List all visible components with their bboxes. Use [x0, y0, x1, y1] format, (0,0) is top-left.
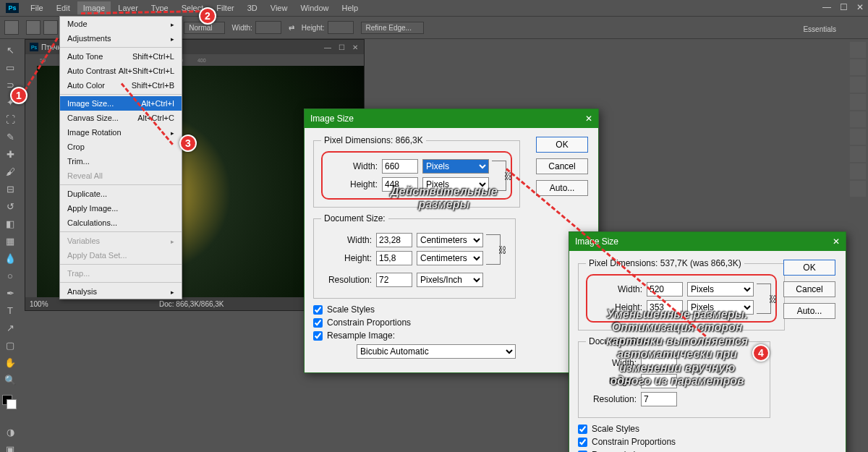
panel-icon[interactable] — [850, 163, 866, 179]
hand-tool-icon[interactable]: ✋ — [2, 354, 18, 370]
move-tool-icon[interactable]: ↖ — [2, 42, 18, 58]
height-field[interactable] — [328, 21, 354, 34]
constrain-check[interactable] — [313, 318, 323, 328]
marquee-tool-icon[interactable]: ▭ — [2, 59, 18, 75]
swatch-icon[interactable] — [2, 395, 18, 411]
menu-item[interactable]: Canvas Size...Alt+Ctrl+C — [60, 111, 182, 125]
auto-button[interactable]: Auto... — [536, 180, 588, 196]
constrain-label: Constrain Proportions — [327, 317, 411, 328]
height-label: Height: — [327, 179, 378, 189]
swap-icon[interactable]: ⇄ — [289, 24, 294, 32]
menu-item: Variables — [60, 234, 182, 248]
menu-item[interactable]: Auto ToneShift+Ctrl+L — [60, 49, 182, 64]
constrain-check[interactable] — [578, 438, 587, 447]
link-icon[interactable] — [757, 283, 771, 314]
tool-preset-icon[interactable] — [4, 20, 19, 35]
quickmask-icon[interactable]: ◑ — [2, 424, 18, 440]
ps-logo: Ps — [6, 3, 19, 13]
menu-item[interactable]: Analysis — [60, 284, 182, 299]
algorithm-select[interactable]: Bicubic Automatic — [357, 344, 516, 359]
width-unit-select[interactable]: Pixels — [687, 282, 754, 297]
crop-tool-icon[interactable]: ⛶ — [2, 111, 18, 127]
marquee-mode-icon[interactable] — [43, 20, 58, 35]
blur-tool-icon[interactable]: 💧 — [2, 250, 18, 266]
maximize-icon[interactable]: ☐ — [840, 2, 848, 12]
panel-icon[interactable] — [850, 181, 866, 197]
menu-item[interactable]: Auto ContrastAlt+Shift+Ctrl+L — [60, 64, 182, 78]
menu-edit[interactable]: Edit — [51, 1, 76, 14]
ok-button[interactable]: OK — [783, 260, 835, 276]
panel-icon[interactable] — [850, 77, 866, 93]
doc-close-icon[interactable]: ✕ — [352, 43, 358, 51]
annotation-1: Действительные размеры — [391, 185, 498, 212]
path-tool-icon[interactable]: ↗ — [2, 320, 18, 336]
menu-item[interactable]: Calculations... — [60, 216, 182, 230]
menu-item[interactable]: Mode — [60, 17, 182, 31]
close-icon[interactable]: ✕ — [833, 236, 840, 247]
panel-icon[interactable] — [850, 129, 866, 145]
gradient-tool-icon[interactable]: ▦ — [2, 233, 18, 249]
close-icon[interactable]: ✕ — [856, 2, 864, 12]
heal-tool-icon[interactable]: ✚ — [2, 146, 18, 162]
link-icon[interactable] — [486, 234, 501, 265]
marquee-mode-icon[interactable] — [26, 20, 41, 35]
res-input[interactable] — [376, 273, 412, 287]
menu-window[interactable]: Window — [294, 1, 334, 14]
doc-max-icon[interactable]: ☐ — [339, 43, 345, 51]
doc-height-input[interactable] — [376, 251, 412, 265]
menu-view[interactable]: View — [265, 1, 294, 14]
doc-height-unit[interactable]: Centimeters — [417, 251, 483, 265]
menu-file[interactable]: File — [25, 1, 49, 14]
workspace-label[interactable]: Essentials — [796, 23, 843, 35]
ok-button[interactable]: OK — [536, 137, 588, 153]
width-input[interactable] — [382, 159, 418, 174]
resample-check[interactable] — [313, 331, 323, 341]
scale-styles-check[interactable] — [313, 305, 323, 315]
menu-help[interactable]: Help — [336, 1, 365, 14]
res-input[interactable] — [641, 392, 677, 406]
res-unit[interactable]: Pixels/Inch — [417, 273, 483, 287]
scale-styles-check[interactable] — [578, 425, 587, 434]
menu-item[interactable]: Apply Image... — [60, 201, 182, 216]
menu-item[interactable]: Duplicate... — [60, 187, 182, 201]
doc-width-unit[interactable]: Centimeters — [417, 233, 483, 247]
close-icon[interactable]: ✕ — [585, 114, 592, 124]
eyedropper-tool-icon[interactable]: ✎ — [2, 129, 18, 145]
auto-button[interactable]: Auto... — [783, 303, 835, 319]
width-unit-select[interactable]: Pixels — [422, 159, 489, 174]
type-tool-icon[interactable]: T — [2, 302, 18, 318]
panel-icon[interactable] — [850, 59, 866, 75]
cancel-button[interactable]: Cancel — [783, 281, 835, 297]
menu-item[interactable]: Adjustments — [60, 31, 182, 46]
shape-tool-icon[interactable]: ▢ — [2, 337, 18, 353]
history-brush-icon[interactable]: ↺ — [2, 198, 18, 214]
doc-width-input[interactable] — [376, 233, 412, 247]
dialog-title[interactable]: Image Size✕ — [305, 109, 598, 128]
stamp-tool-icon[interactable]: ⊟ — [2, 181, 18, 197]
pen-tool-icon[interactable]: ✒ — [2, 285, 18, 301]
image-size-dialog-1: Image Size✕ OK Cancel Auto... Pixel Dime… — [304, 108, 599, 373]
menu-item[interactable]: Image Size...Alt+Ctrl+I — [60, 96, 182, 111]
panel-icon[interactable] — [850, 94, 866, 110]
minimize-icon[interactable]: — — [822, 2, 831, 12]
panel-icon[interactable] — [850, 42, 866, 58]
cancel-button[interactable]: Cancel — [536, 158, 588, 174]
brush-tool-icon[interactable]: 🖌 — [2, 163, 18, 179]
dialog-title[interactable]: Image Size✕ — [569, 232, 846, 251]
dialog-title-text: Image Size — [310, 114, 354, 124]
refine-edge-button[interactable]: Refine Edge... — [361, 22, 424, 34]
panel-icon[interactable] — [850, 111, 866, 127]
menu-3d[interactable]: 3D — [242, 1, 263, 14]
menu-item[interactable]: Crop — [60, 140, 182, 154]
panel-icon[interactable] — [850, 146, 866, 162]
menu-item[interactable]: Trim... — [60, 154, 182, 169]
zoom-tool-icon[interactable]: 🔍 — [2, 372, 18, 388]
zoom-level[interactable]: 100% — [30, 300, 48, 308]
menu-item: Apply Data Set... — [60, 248, 182, 263]
menu-item[interactable]: Auto ColorShift+Ctrl+B — [60, 78, 182, 93]
eraser-tool-icon[interactable]: ◧ — [2, 216, 18, 231]
dodge-tool-icon[interactable]: ○ — [2, 268, 18, 283]
doc-min-icon[interactable]: — — [324, 43, 331, 51]
width-field[interactable] — [255, 21, 281, 34]
screenmode-icon[interactable]: ▣ — [2, 441, 18, 452]
